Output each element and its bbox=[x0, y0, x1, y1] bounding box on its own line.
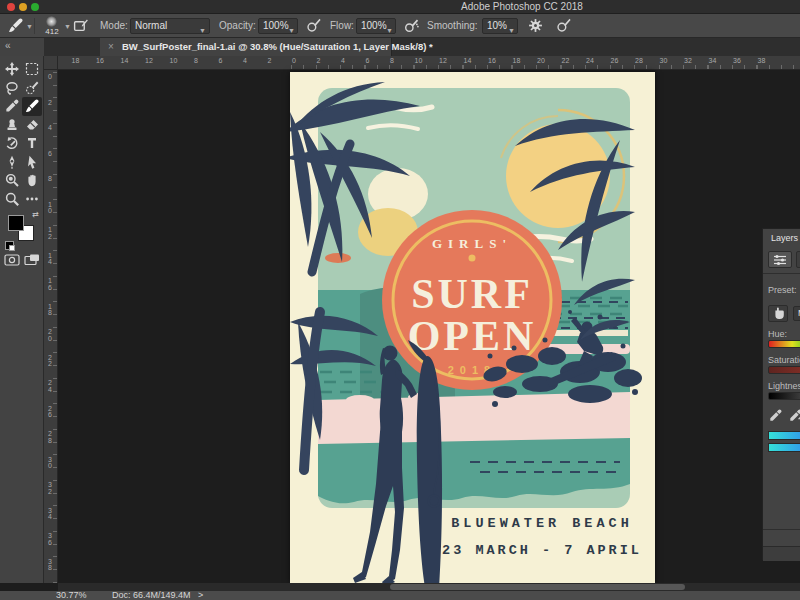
zoom-window-button[interactable] bbox=[31, 3, 39, 11]
ruler-number: 32 bbox=[684, 57, 692, 64]
saturation-slider[interactable] bbox=[768, 366, 800, 374]
ruler-number: 36 bbox=[733, 57, 741, 64]
minimize-window-button[interactable] bbox=[19, 3, 27, 11]
targeted-adjustment-icon[interactable] bbox=[768, 305, 788, 322]
ruler-number: 10 bbox=[415, 57, 423, 64]
smoothing-label: Smoothing: bbox=[427, 20, 478, 31]
lightness-slider[interactable] bbox=[768, 392, 800, 400]
type-tool[interactable] bbox=[22, 134, 42, 153]
ruler-number: 8 bbox=[194, 57, 198, 64]
brush-picker-chevron-icon[interactable]: ▼ bbox=[64, 23, 71, 30]
ruler-number: 2 bbox=[268, 57, 272, 64]
hand-tool[interactable] bbox=[22, 171, 42, 190]
brush-size-value: 412 bbox=[41, 27, 63, 36]
ruler-number: 14 bbox=[121, 57, 129, 64]
active-tool-icon[interactable] bbox=[8, 18, 23, 35]
document-canvas[interactable]: GIRLS' SURF OPEN 2018 bbox=[290, 72, 655, 583]
eyedropper-add-icon[interactable] bbox=[789, 409, 800, 424]
screen-mode-button[interactable] bbox=[24, 252, 40, 270]
masks-view-button[interactable] bbox=[796, 251, 800, 268]
ruler-number: 12 bbox=[46, 227, 54, 240]
flow-label: Flow: bbox=[330, 20, 354, 31]
quick-selection-tool[interactable] bbox=[22, 79, 42, 98]
adjustments-view-button[interactable] bbox=[768, 251, 792, 268]
ruler-number: 10 bbox=[170, 57, 178, 64]
ruler-number: 18 bbox=[46, 304, 54, 317]
ruler-number: 6 bbox=[46, 151, 54, 158]
document-tab-title: BW_SurfPoster_final-1.ai @ 30.8% (Hue/Sa… bbox=[122, 38, 433, 56]
ruler-number: 4 bbox=[243, 57, 247, 64]
poster-dates-text: 23 MARCH - 7 APRIL bbox=[442, 543, 642, 558]
panel-footer bbox=[763, 546, 800, 561]
poster-badge-top-text: GIRLS' bbox=[432, 236, 512, 251]
poster-title-line2: OPEN bbox=[408, 313, 537, 359]
saturation-label: Saturation: bbox=[768, 355, 800, 365]
path-selection-tool[interactable] bbox=[22, 153, 42, 172]
eyedropper-tool[interactable] bbox=[2, 97, 22, 116]
tool-preset-chevron-icon[interactable]: ▼ bbox=[26, 23, 33, 30]
flow-select[interactable]: 100% ▼ bbox=[356, 18, 396, 34]
horizontal-scrollbar-thumb[interactable] bbox=[390, 584, 685, 590]
status-bar: 30.77% Doc: 66.4M/149.4M > bbox=[0, 591, 800, 600]
toggle-brush-settings-icon[interactable] bbox=[73, 18, 88, 35]
title-bar: Adobe Photoshop CC 2018 bbox=[0, 0, 800, 14]
poster-title-line1: SURF bbox=[411, 271, 533, 317]
eyedropper-sample-icon[interactable] bbox=[769, 409, 782, 424]
poster-venue-text: BLUEWATER BEACH bbox=[451, 516, 633, 531]
more-tools-button[interactable] bbox=[22, 190, 42, 209]
ruler-number: 0 bbox=[292, 57, 296, 64]
opacity-pressure-icon[interactable] bbox=[306, 18, 321, 35]
ruler-number: 18 bbox=[72, 57, 80, 64]
ruler-number: 34 bbox=[46, 508, 54, 521]
channel-select[interactable]: Master bbox=[793, 306, 800, 321]
status-expand-icon[interactable]: > bbox=[198, 590, 203, 600]
ruler-number: 28 bbox=[635, 57, 643, 64]
document-tab[interactable]: × BW_SurfPoster_final-1.ai @ 30.8% (Hue/… bbox=[100, 38, 392, 56]
foreground-color-swatch[interactable] bbox=[8, 215, 24, 231]
smoothing-chevron-icon: ▼ bbox=[508, 24, 515, 38]
ruler-number: 24 bbox=[586, 57, 594, 64]
lasso-tool[interactable] bbox=[2, 79, 22, 98]
hue-spectrum-after-bar bbox=[768, 443, 800, 452]
horizontal-ruler[interactable]: 2018161412108642024681012141618202224262… bbox=[44, 56, 800, 70]
pen-tool[interactable] bbox=[2, 153, 22, 172]
brush-tool[interactable] bbox=[22, 97, 42, 116]
zoom-level-field[interactable]: 30.77% bbox=[56, 590, 87, 600]
ruler-number: 14 bbox=[46, 253, 54, 266]
hue-slider[interactable] bbox=[768, 340, 800, 348]
ruler-number: 12 bbox=[439, 57, 447, 64]
airbrush-icon[interactable] bbox=[404, 18, 419, 35]
ruler-number: 38 bbox=[46, 559, 54, 572]
marquee-tool[interactable] bbox=[22, 60, 42, 79]
window-title: Adobe Photoshop CC 2018 bbox=[122, 1, 800, 12]
mode-label: Mode: bbox=[100, 20, 128, 31]
swap-colors-icon[interactable]: ⇄ bbox=[32, 210, 39, 219]
ruler-number: 28 bbox=[46, 431, 54, 444]
properties-panel: Layers P Preset: Custom Master Hue: Satu… bbox=[762, 228, 800, 560]
opacity-select[interactable]: 100% ▼ bbox=[258, 18, 298, 34]
tab-close-icon[interactable]: × bbox=[108, 38, 114, 56]
smoothing-select[interactable]: 10% ▼ bbox=[482, 18, 518, 34]
tools-panel-collapse[interactable]: « bbox=[0, 38, 44, 56]
ruler-corner bbox=[44, 56, 58, 70]
dodge-tool[interactable] bbox=[2, 171, 22, 190]
ruler-number: 32 bbox=[46, 482, 54, 495]
hue-spectrum-before-bar bbox=[768, 431, 800, 440]
zoom-tool[interactable] bbox=[2, 190, 22, 209]
ruler-number: 8 bbox=[390, 57, 394, 64]
history-brush-tool[interactable] bbox=[2, 134, 22, 153]
default-colors-icon[interactable] bbox=[5, 241, 14, 250]
brush-pressure-icon[interactable] bbox=[556, 18, 571, 35]
move-tool[interactable] bbox=[2, 60, 22, 79]
smoothing-options-gear-icon[interactable] bbox=[528, 18, 543, 35]
clone-stamp-tool[interactable] bbox=[2, 116, 22, 135]
opacity-label: Opacity: bbox=[219, 20, 256, 31]
opacity-chevron-icon: ▼ bbox=[288, 24, 295, 38]
close-window-button[interactable] bbox=[7, 3, 15, 11]
vertical-ruler[interactable]: 02468101214161820222426283032343638 bbox=[44, 70, 58, 583]
tab-layers[interactable]: Layers bbox=[763, 229, 800, 247]
eraser-tool[interactable] bbox=[22, 116, 42, 135]
mode-select[interactable]: Normal ▼ bbox=[130, 18, 210, 34]
quick-mask-button[interactable] bbox=[4, 252, 20, 270]
ruler-number: 22 bbox=[46, 355, 54, 368]
